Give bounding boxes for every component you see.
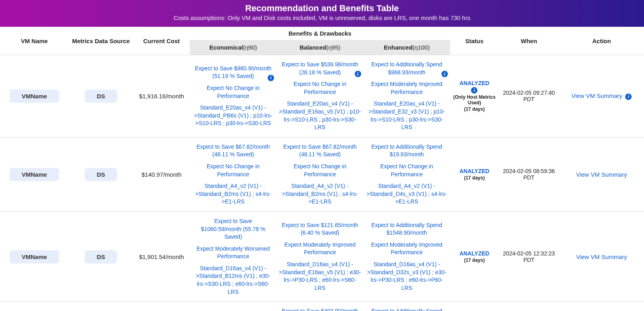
balanced-save-text[interactable]: Expect to Save $493.90/month (26.41 % Sa… <box>281 307 358 311</box>
status-label: ANALYZED <box>459 250 489 257</box>
vm-name-pill[interactable]: VMName <box>10 168 59 181</box>
col-balanced-label: Balanced <box>300 44 326 51</box>
enhanced-save-text[interactable]: Expect to Additionally Spend $1015.01/mo… <box>368 307 445 311</box>
balanced-save-text[interactable]: Expect to Save $121.65/month (6.40 % Sav… <box>281 221 358 237</box>
info-icon[interactable]: i <box>441 71 448 77</box>
enhanced-perf-text[interactable]: Expect No Change in Performance <box>366 163 448 178</box>
current-cost: $1,916.16/month <box>133 55 190 138</box>
economical-perf-text[interactable]: Expect No Change in Performance <box>192 84 274 100</box>
balanced-perf-text[interactable]: Expect Moderately Improved Performance <box>279 241 361 257</box>
enhanced-save-text[interactable]: Expect to Additionally Spend $968.93/mon… <box>368 61 445 76</box>
status-days: (17 days) <box>464 257 485 263</box>
ds-pill[interactable]: DS <box>85 90 117 103</box>
economical-perf-text[interactable]: Expect Moderately Worsened Performance <box>192 245 274 261</box>
view-vm-summary-link[interactable]: View VM Summary <box>576 171 627 178</box>
when-timestamp: 2024-02-05 08:59:36 PDT <box>499 137 559 211</box>
table-row: VMName DS $140.97/month Expect to Save $… <box>0 137 644 211</box>
col-balanced: Balanced(η95) <box>276 40 363 55</box>
enhanced-perf-text[interactable]: Expect Moderately Improved Performance <box>366 80 448 96</box>
page-subtitle: Costs assumptions: Only VM and Disk cost… <box>0 14 644 21</box>
ds-pill[interactable]: DS <box>85 250 117 263</box>
economical-perf-text[interactable]: Expect No Change in Performance <box>192 163 274 178</box>
status-label: ANALYZED <box>459 168 489 174</box>
col-enhanced-label: Enhanced <box>384 44 413 51</box>
balanced-save-text[interactable]: Expect to Save $67.82/month (48.11 % Sav… <box>281 143 358 159</box>
current-cost: $1,870.08/month <box>133 302 190 311</box>
info-icon[interactable]: i <box>355 71 361 77</box>
col-economical-eta: (η90) <box>243 44 257 51</box>
enhanced-plan-text[interactable]: Standard_E20as_v4 (V1) ->Standard_E32_v3… <box>366 100 448 131</box>
enhanced-plan-text[interactable]: Standard_A4_v2 (V1) ->Standard_D4s_v3 (V… <box>366 182 448 206</box>
balanced-save-text[interactable]: Expect to Save $539.98/month (28.18 % Sa… <box>281 61 358 76</box>
vm-name-pill[interactable]: VMName <box>10 90 59 103</box>
economical-plan-text[interactable]: Standard_D16as_v4 (V1) ->Standard_B12ms … <box>192 265 274 296</box>
col-vm-name: VM Name <box>0 27 69 55</box>
economical-plan-text[interactable]: Standard_E20as_v4 (V1) ->Standard_PB6s (… <box>192 104 274 128</box>
economical-plan-text[interactable]: Standard_A4_v2 (V1) ->Standard_B2ms (V1)… <box>192 182 274 206</box>
enhanced-plan-text[interactable]: Standard_D16as_v4 (V1) ->Standard_D32s_v… <box>366 261 448 292</box>
economical-save-text[interactable]: Expect to Save $67.82/month (48.11 % Sav… <box>195 143 272 159</box>
info-icon[interactable]: i <box>625 94 632 100</box>
view-vm-summary-link[interactable]: View VM Summary <box>571 92 622 99</box>
table-row: VMName DS $1,870.08/month Expect to Save… <box>0 302 644 311</box>
col-enhanced-eta: (η100) <box>412 44 429 51</box>
economical-save-text[interactable]: Expect to Save $980.90/month (51.19 % Sa… <box>195 65 272 80</box>
col-status: Status <box>450 27 499 55</box>
status-label: ANALYZED <box>459 80 489 86</box>
balanced-perf-text[interactable]: Expect No Change in Performance <box>279 80 361 96</box>
when-timestamp: 2024-02-05 09:58:46 PDT <box>499 302 559 311</box>
balanced-plan-text[interactable]: Standard_E20as_v4 (V1) ->Standard_E16as_… <box>279 100 361 131</box>
when-timestamp: 2024-02-05 09:27:40 PDT <box>499 55 559 138</box>
when-timestamp: 2024-02-05 12:32:23 PDT <box>499 211 559 301</box>
col-action: Action <box>559 27 644 55</box>
view-vm-summary-link[interactable]: View VM Summary <box>576 253 627 260</box>
col-current-cost: Current Cost <box>133 27 190 55</box>
col-metrics-source: Metrics Data Source <box>69 27 133 55</box>
balanced-plan-text[interactable]: Standard_D16as_v4 (V1) ->Standard_E16as_… <box>279 261 361 292</box>
balanced-perf-text[interactable]: Expect No Change in Performance <box>279 163 361 178</box>
col-benefits-group: Benefits & Drawbacks <box>190 27 450 40</box>
info-icon[interactable]: i <box>268 75 274 81</box>
col-enhanced: Enhanced(η100) <box>364 40 450 55</box>
table-row: VMName DS $1,901.54/month Expect to Save… <box>0 211 644 301</box>
page-header: Recommendation and Benefits Table Costs … <box>0 0 644 27</box>
enhanced-save-text[interactable]: Expect to Additionally Spend $19.93/mont… <box>368 143 445 159</box>
col-economical-label: Economical <box>209 44 243 51</box>
vm-name-pill[interactable]: VMName <box>10 250 59 263</box>
table-row: VMName DS $1,916.16/month Expect to Save… <box>0 55 644 138</box>
info-icon[interactable]: i <box>471 87 477 94</box>
ds-pill[interactable]: DS <box>85 168 117 181</box>
balanced-plan-text[interactable]: Standard_A4_v2 (V1) ->Standard_B2ms (V1)… <box>279 182 361 206</box>
col-economical: Economical(η90) <box>190 40 276 55</box>
status-days: (17 days) <box>464 175 485 181</box>
col-when: When <box>499 27 559 55</box>
page-title: Recommendation and Benefits Table <box>0 3 644 14</box>
status-note: (Only Host Metrics Used) <box>453 94 496 106</box>
status-days: (17 days) <box>464 106 485 112</box>
recommendation-table: VM Name Metrics Data Source Current Cost… <box>0 27 644 311</box>
enhanced-perf-text[interactable]: Expect Moderately Improved Performance <box>366 241 448 257</box>
enhanced-save-text[interactable]: Expect to Additionally Spend $1548.90/mo… <box>368 221 445 237</box>
current-cost: $1,901.54/month <box>133 211 190 301</box>
col-balanced-eta: (η95) <box>326 44 340 51</box>
current-cost: $140.97/month <box>133 137 190 211</box>
economical-save-text[interactable]: Expect to Save $1060.59/month (55.78 % S… <box>195 217 272 241</box>
